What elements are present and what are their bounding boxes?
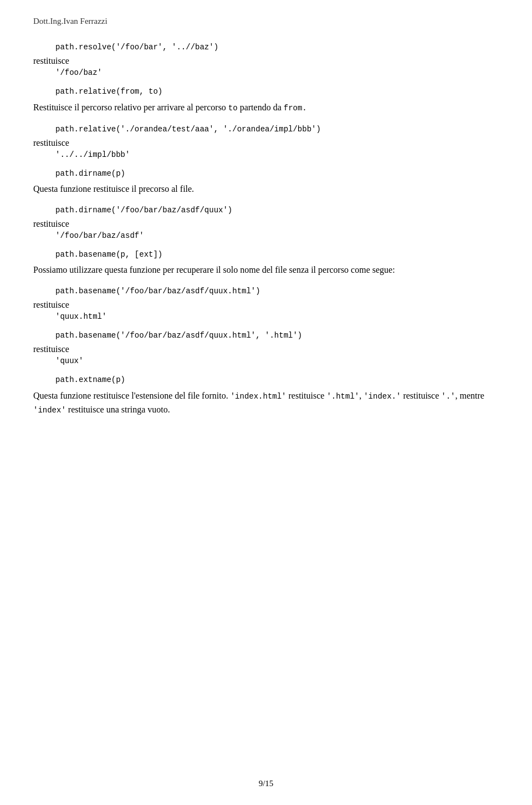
result-label-resolve: restituisce xyxy=(33,56,499,66)
code-dirname-example: path.dirname('/foo/bar/baz/asdf/quux') xyxy=(55,206,499,215)
code-inline-to: to xyxy=(228,104,238,113)
prose-dirname: Questa funzione restituisce il precorso … xyxy=(33,182,499,196)
code-inline-indexdot: 'index.' xyxy=(364,392,401,401)
relative-description: Restituisce il percorso relativo per arr… xyxy=(33,100,499,115)
section-relative-intro: path.relative(from, to) Restituisce il p… xyxy=(33,87,499,115)
code-basename-intro: path.basename(p, [ext]) xyxy=(55,250,499,259)
prose-extname-5: restituisce una stringa vuoto. xyxy=(68,405,170,414)
result-label-basename2: restituisce xyxy=(33,344,499,354)
prose-extname-comma: , xyxy=(359,391,364,400)
result-value-basename1: 'quux.html' xyxy=(55,312,499,321)
code-inline-index-html: 'index.html' xyxy=(231,392,287,401)
result-value-basename2: 'quux' xyxy=(55,356,499,365)
prose-extname-2: restituisce xyxy=(289,391,327,400)
prose-basename: Possiamo utilizzare questa funzione per … xyxy=(33,263,499,277)
page-footer: 9/15 xyxy=(0,779,532,788)
code-extname-intro: path.extname(p) xyxy=(55,375,499,384)
section-basename-example1: path.basename('/foo/bar/baz/asdf/quux.ht… xyxy=(33,287,499,321)
code-dirname-intro: path.dirname(p) xyxy=(55,169,499,178)
code-inline-dothtml: '.html' xyxy=(326,392,359,401)
code-inline-from: from. xyxy=(284,104,307,113)
prose-extname-3: restituisce xyxy=(403,391,441,400)
code-basename-example1: path.basename('/foo/bar/baz/asdf/quux.ht… xyxy=(55,287,499,295)
result-value-resolve: '/foo/baz' xyxy=(55,68,499,77)
prose-extname-4: , mentre xyxy=(456,391,484,400)
result-value-relative: '../../impl/bbb' xyxy=(55,150,499,159)
result-label-relative: restituisce xyxy=(33,138,499,148)
section-resolve: path.resolve('/foo/bar', '..//baz') rest… xyxy=(33,43,499,77)
section-basename-example2: path.basename('/foo/bar/baz/asdf/quux.ht… xyxy=(33,331,499,365)
code-basename-example2: path.basename('/foo/bar/baz/asdf/quux.ht… xyxy=(55,331,499,340)
code-inline-index: 'index' xyxy=(33,406,66,415)
section-dirname-example: path.dirname('/foo/bar/baz/asdf/quux') r… xyxy=(33,206,499,240)
code-relative-intro: path.relative(from, to) xyxy=(55,87,499,96)
code-inline-dot: '.' xyxy=(441,392,455,401)
page-number: 9/15 xyxy=(259,779,274,788)
prose-relative-1: Restituisce il percorso relativo per arr… xyxy=(33,103,226,112)
prose-extname-1: Questa funzione restituisce l'estensione… xyxy=(33,391,231,400)
section-extname: path.extname(p) Questa funzione restitui… xyxy=(33,375,499,417)
section-relative-example: path.relative('./orandea/test/aaa', './o… xyxy=(33,125,499,159)
page-header: Dott.Ing.Ivan Ferrazzi xyxy=(33,17,499,26)
code-relative-example: path.relative('./orandea/test/aaa', './o… xyxy=(55,125,499,134)
header-title: Dott.Ing.Ivan Ferrazzi xyxy=(33,17,108,26)
prose-relative-2: partendo da xyxy=(240,103,282,112)
section-basename-intro: path.basename(p, [ext]) Possiamo utilizz… xyxy=(33,250,499,277)
code-resolve: path.resolve('/foo/bar', '..//baz') xyxy=(55,43,499,52)
result-value-dirname: '/foo/bar/baz/asdf' xyxy=(55,231,499,240)
result-label-dirname: restituisce xyxy=(33,219,499,229)
section-dirname-intro: path.dirname(p) Questa funzione restitui… xyxy=(33,169,499,196)
result-label-basename1: restituisce xyxy=(33,300,499,310)
extname-description: Questa funzione restituisce l'estensione… xyxy=(33,389,499,417)
